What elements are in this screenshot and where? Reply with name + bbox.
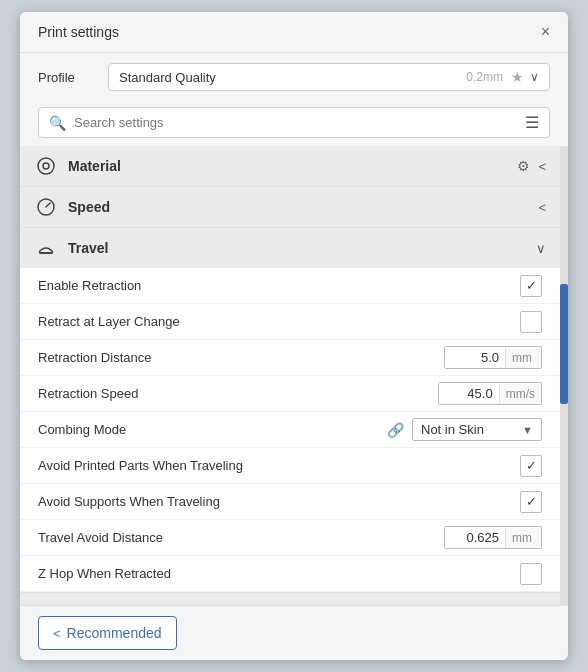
panel-header: Print settings × [20,12,568,53]
search-box: 🔍 ☰ [38,107,550,138]
retraction-distance-label: Retraction Distance [38,350,444,365]
travel-avoid-distance-control: mm [444,526,542,549]
enable-retraction-control: ✓ [520,275,542,297]
avoid-supports-control: ✓ [520,491,542,513]
combing-mode-row: Combing Mode 🔗 Not in Skin ▼ [20,412,560,448]
profile-chevron-icon: ∨ [530,70,539,84]
search-input[interactable] [74,115,517,130]
speed-title: Speed [68,199,538,215]
avoid-supports-label: Avoid Supports When Traveling [38,494,520,509]
retraction-distance-value[interactable] [445,347,505,368]
retraction-distance-input[interactable]: mm [444,346,542,369]
avoid-printed-parts-label: Avoid Printed Parts When Traveling [38,458,520,473]
enable-retraction-checkbox[interactable]: ✓ [520,275,542,297]
recommended-label: Recommended [67,625,162,641]
search-icon: 🔍 [49,115,66,131]
avoid-printed-parts-control: ✓ [520,455,542,477]
travel-title: Travel [68,240,536,256]
search-row: 🔍 ☰ [20,101,568,146]
avoid-supports-row: Avoid Supports When Traveling ✓ [20,484,560,520]
link-icon[interactable]: 🔗 [387,422,404,438]
retract-layer-change-control [520,311,542,333]
material-settings-icon[interactable]: ⚙ [517,158,530,174]
close-button[interactable]: × [537,22,554,42]
panel-title: Print settings [38,24,119,40]
cooling-section-header[interactable]: Cooling < [20,592,560,605]
print-settings-panel: Print settings × Profile Standard Qualit… [20,12,568,660]
travel-avoid-distance-label: Travel Avoid Distance [38,530,444,545]
material-section-header[interactable]: Material ⚙ < [20,146,560,186]
material-title: Material [68,158,517,174]
retract-layer-change-checkbox[interactable] [520,311,542,333]
travel-avoid-distance-row: Travel Avoid Distance mm [20,520,560,556]
enable-retraction-label: Enable Retraction [38,278,520,293]
travel-avoid-distance-unit: mm [505,528,541,548]
retraction-distance-row: Retraction Distance mm [20,340,560,376]
speed-icon [34,195,58,219]
travel-avoid-distance-value[interactable] [445,527,505,548]
avoid-printed-parts-row: Avoid Printed Parts When Traveling ✓ [20,448,560,484]
speed-section-header[interactable]: Speed < [20,186,560,227]
svg-rect-3 [39,252,53,254]
material-chevron-icon: < [538,159,546,174]
profile-row: Profile Standard Quality 0.2mm ★ ∨ [20,53,568,101]
z-hop-row: Z Hop When Retracted [20,556,560,592]
z-hop-label: Z Hop When Retracted [38,566,520,581]
retraction-speed-input[interactable]: mm/s [438,382,542,405]
retraction-speed-label: Retraction Speed [38,386,438,401]
profile-name: Standard Quality [119,70,462,85]
avoid-printed-parts-checkbox[interactable]: ✓ [520,455,542,477]
retraction-speed-control: mm/s [438,382,542,405]
checkmark-icon: ✓ [526,494,537,509]
retract-layer-change-row: Retract at Layer Change [20,304,560,340]
recommended-button[interactable]: < Recommended [38,616,177,650]
travel-settings-list: Enable Retraction ✓ Retract at Layer Cha… [20,268,560,592]
menu-icon[interactable]: ☰ [525,113,539,132]
enable-retraction-row: Enable Retraction ✓ [20,268,560,304]
scrollbar[interactable] [560,146,568,605]
combing-mode-select[interactable]: Not in Skin ▼ [412,418,542,441]
footer: < Recommended [20,605,568,660]
profile-label: Profile [38,70,108,85]
retraction-distance-unit: mm [505,348,541,368]
retraction-distance-control: mm [444,346,542,369]
avoid-supports-checkbox[interactable]: ✓ [520,491,542,513]
z-hop-checkbox[interactable] [520,563,542,585]
content-area: Material ⚙ < Speed < [20,146,568,605]
combing-mode-control: 🔗 Not in Skin ▼ [387,418,542,441]
profile-sub: 0.2mm [466,70,503,84]
checkmark-icon: ✓ [526,278,537,293]
profile-select[interactable]: Standard Quality 0.2mm ★ ∨ [108,63,550,91]
svg-point-0 [38,158,54,174]
speed-chevron-icon: < [538,200,546,215]
retraction-speed-row: Retraction Speed mm/s [20,376,560,412]
scroll-content: Material ⚙ < Speed < [20,146,560,605]
z-hop-control [520,563,542,585]
cooling-icon [34,601,58,605]
combing-mode-value: Not in Skin [421,422,516,437]
combing-mode-arrow-icon: ▼ [522,424,533,436]
material-icon [34,154,58,178]
retract-layer-change-label: Retract at Layer Change [38,314,520,329]
scrollbar-thumb[interactable] [560,284,568,404]
checkmark-icon: ✓ [526,458,537,473]
profile-star-icon: ★ [511,69,524,85]
travel-chevron-icon: ∨ [536,241,546,256]
retraction-speed-unit: mm/s [499,384,541,404]
combing-mode-label: Combing Mode [38,422,387,437]
recommended-chevron-icon: < [53,626,61,641]
retraction-speed-value[interactable] [439,383,499,404]
travel-section-header[interactable]: Travel ∨ [20,227,560,268]
travel-avoid-distance-input[interactable]: mm [444,526,542,549]
travel-icon [34,236,58,260]
svg-point-1 [43,163,49,169]
